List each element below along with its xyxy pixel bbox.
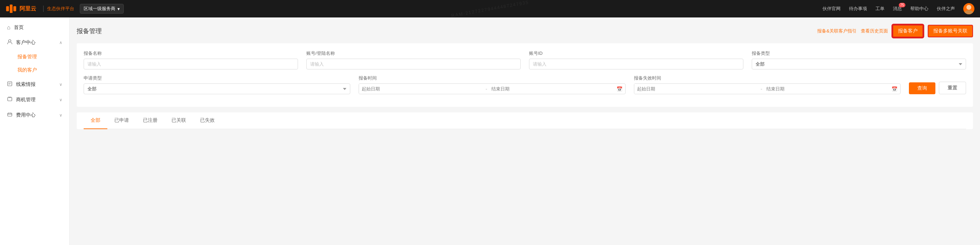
svg-rect-1: [10, 5, 13, 13]
sidebar-sub-customer: 报备管理 我的客户: [0, 50, 69, 77]
sidebar-item-customer-center[interactable]: 客户中心 ∧: [0, 35, 69, 50]
form-group-apply-type: 申请类型 全部: [84, 75, 350, 94]
search-form-card: 报备名称 账号/登陆名称 账号ID 报备类型 全部: [77, 43, 973, 107]
label-report-name: 报备名称: [84, 50, 298, 56]
top-nav-links: 伙伴官网 待办事项 工单 消息 75 帮助中心 伙伴之声: [822, 3, 974, 14]
label-account-name: 账号/登陆名称: [306, 50, 521, 56]
sidebar-label-opportunity: 商机管理: [16, 97, 35, 103]
chevron-down-icon-opp: ∨: [59, 98, 62, 102]
badge-count: 75: [899, 3, 905, 7]
sidebar-label-customer-center: 客户中心: [16, 40, 35, 46]
finance-icon: [7, 112, 13, 118]
sidebar-label-report-management: 报备管理: [18, 54, 37, 60]
form-row-1: 报备名称 账号/登陆名称 账号ID 报备类型 全部: [84, 50, 966, 69]
leads-icon: [7, 81, 13, 88]
start-date-report[interactable]: [359, 84, 484, 94]
svg-rect-6: [8, 82, 12, 86]
calendar-icon: 📅: [614, 86, 625, 92]
chevron-down-icon-leads: ∨: [59, 82, 62, 87]
sidebar-item-finance[interactable]: 费用中心 ∨: [0, 107, 69, 123]
label-report-type: 报备类型: [752, 50, 966, 56]
reset-button[interactable]: 重置: [939, 82, 966, 94]
sidebar-label-home: 首页: [14, 24, 24, 31]
form-group-account-id: 账号ID: [529, 50, 743, 69]
help-link[interactable]: 帮助中心: [910, 6, 928, 12]
label-account-id: 账号ID: [529, 50, 743, 56]
logo-text: 阿里云: [19, 5, 36, 13]
partner-portal-link[interactable]: 伙伴官网: [822, 6, 841, 12]
report-customer-button[interactable]: 报备客户: [892, 24, 924, 38]
form-actions: 查询 重置: [909, 75, 966, 94]
customer-icon: [7, 39, 13, 46]
tab-registered[interactable]: 已注册: [136, 112, 164, 129]
date-range-expire-time: - 📅: [634, 83, 900, 94]
chevron-up-icon: ∧: [59, 40, 62, 45]
main-content: 报备管理 报备&关联客户指引 查看历史页面 报备客户 报备多账号关联 报备名称 …: [70, 18, 980, 245]
sidebar-item-leads[interactable]: 线索情报 ∨: [0, 77, 69, 92]
svg-point-4: [965, 10, 973, 14]
tab-all[interactable]: 全部: [84, 112, 107, 129]
sidebar-label-finance: 费用中心: [16, 112, 35, 118]
region-label: 区域一级服务商: [84, 6, 115, 12]
notification-badge[interactable]: 消息 75: [893, 6, 902, 12]
input-account-id[interactable]: [529, 59, 743, 69]
form-group-report-type: 报备类型 全部: [752, 50, 966, 69]
select-report-type[interactable]: 全部: [752, 59, 966, 69]
chevron-down-icon-fin: ∨: [59, 113, 62, 118]
tab-expired[interactable]: 已失效: [193, 112, 222, 129]
form-group-report-name: 报备名称: [84, 50, 298, 69]
guide-link[interactable]: 报备&关联客户指引: [817, 28, 857, 34]
avatar[interactable]: [963, 3, 974, 14]
sidebar: ⌂ 首页 客户中心 ∧ 报备管理 我的客户: [0, 18, 70, 245]
history-link[interactable]: 查看历史页面: [861, 28, 888, 34]
page-title: 报备管理: [77, 27, 102, 35]
svg-point-3: [966, 5, 971, 10]
chevron-down-icon: ▾: [118, 6, 120, 11]
label-report-time: 报备时间: [359, 75, 625, 81]
page-header: 报备管理 报备&关联客户指引 查看历史页面 报备客户 报备多账号关联: [77, 24, 973, 38]
home-icon: ⌂: [7, 24, 10, 31]
select-apply-type[interactable]: 全部: [84, 83, 350, 94]
end-date-expire[interactable]: [764, 84, 889, 94]
header-actions: 报备&关联客户指引 查看历史页面 报备客户 报备多账号关联: [817, 24, 973, 38]
calendar-icon-expire: 📅: [889, 86, 900, 92]
main-layout: ⌂ 首页 客户中心 ∧ 报备管理 我的客户: [0, 18, 980, 245]
tab-linked[interactable]: 已关联: [164, 112, 193, 129]
logo[interactable]: 阿里云: [6, 4, 36, 14]
tab-applied[interactable]: 已申请: [107, 112, 136, 129]
opportunity-icon: [7, 96, 13, 103]
platform-tag: 生态伙伴平台: [43, 6, 74, 12]
region-selector[interactable]: 区域一级服务商 ▾: [80, 4, 124, 14]
tabs-card: 全部 已申请 已注册 已关联 已失效: [77, 112, 973, 129]
date-separator-expire: -: [759, 86, 764, 92]
partner-voice-link[interactable]: 伙伴之声: [937, 6, 955, 12]
sidebar-item-report-management[interactable]: 报备管理: [0, 50, 69, 64]
svg-rect-2: [13, 6, 16, 11]
form-group-report-time: 报备时间 - 📅: [359, 75, 625, 94]
sidebar-item-opportunity[interactable]: 商机管理 ∨: [0, 92, 69, 107]
label-expire-time: 报备失效时间: [634, 75, 900, 81]
sidebar-label-my-customers: 我的客户: [18, 67, 37, 73]
tabs-bar: 全部 已申请 已注册 已关联 已失效: [84, 112, 966, 129]
sidebar-item-my-customers[interactable]: 我的客户: [0, 64, 69, 77]
label-apply-type: 申请类型: [84, 75, 350, 81]
todo-link[interactable]: 待办事项: [849, 6, 867, 12]
svg-rect-0: [6, 6, 9, 11]
input-report-name[interactable]: [84, 59, 298, 69]
search-button[interactable]: 查询: [909, 82, 935, 94]
input-account-name[interactable]: [306, 59, 521, 69]
form-row-2: 申请类型 全部 报备时间 - 📅 报备失效时间: [84, 75, 966, 94]
date-separator: -: [484, 86, 488, 92]
date-range-report-time: - 📅: [359, 83, 625, 94]
top-navigation: 阿里云 生态伙伴平台 区域一级服务商 ▾ RAM-212722794444872…: [0, 0, 980, 18]
start-date-expire[interactable]: [634, 84, 759, 94]
sidebar-item-home[interactable]: ⌂ 首页: [0, 20, 69, 35]
report-multi-account-button[interactable]: 报备多账号关联: [928, 25, 973, 37]
form-group-account-name: 账号/登陆名称: [306, 50, 521, 69]
end-date-report[interactable]: [488, 84, 614, 94]
svg-rect-13: [8, 113, 12, 116]
form-group-expire-time: 报备失效时间 - 📅: [634, 75, 900, 94]
sidebar-label-leads: 线索情报: [16, 81, 35, 88]
svg-point-5: [9, 40, 11, 42]
workorder-link[interactable]: 工单: [875, 6, 885, 12]
